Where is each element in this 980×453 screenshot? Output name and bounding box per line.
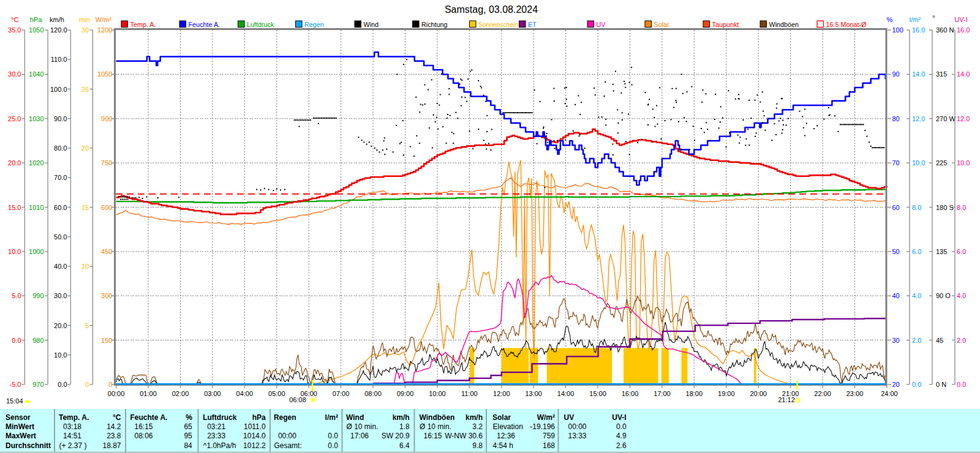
svg-text:1050: 1050: [97, 70, 112, 78]
svg-text:08:00: 08:00: [364, 390, 382, 397]
svg-text:Solar: Solar: [654, 21, 670, 28]
svg-text:70: 70: [892, 159, 900, 167]
svg-text:10.0: 10.0: [912, 159, 925, 167]
svg-text:1030: 1030: [29, 115, 43, 122]
svg-text:Durchschnitt: Durchschnitt: [6, 441, 51, 450]
svg-text:Luftdruck: Luftdruck: [247, 21, 274, 28]
svg-text:300: 300: [101, 292, 112, 299]
svg-text:20.0: 20.0: [8, 159, 21, 167]
svg-text:90.0: 90.0: [54, 115, 67, 122]
svg-text:450: 450: [101, 248, 112, 255]
svg-text:°C: °C: [11, 16, 18, 23]
svg-text:03:18: 03:18: [63, 422, 81, 431]
svg-text:Temp. A.: Temp. A.: [130, 21, 156, 28]
svg-text:0.0: 0.0: [328, 432, 338, 440]
svg-text:21:12: 21:12: [778, 396, 795, 403]
svg-text:12.0: 12.0: [912, 115, 925, 122]
svg-text:2.0: 2.0: [912, 337, 921, 344]
svg-text:-5.0: -5.0: [10, 381, 21, 388]
svg-text:km/h: km/h: [50, 16, 64, 23]
svg-text:Feuchte A.: Feuchte A.: [130, 413, 168, 422]
svg-text:22:00: 22:00: [814, 390, 831, 397]
svg-text:600: 600: [101, 204, 112, 211]
svg-text:16.5 Monat-Ø: 16.5 Monat-Ø: [826, 21, 867, 28]
svg-text:6.0: 6.0: [912, 248, 921, 255]
svg-text:3.2: 3.2: [472, 422, 483, 431]
svg-text:Windböen: Windböen: [769, 21, 799, 28]
svg-text:0.0: 0.0: [58, 381, 67, 388]
svg-text:05:00: 05:00: [268, 390, 285, 397]
svg-text:10.0: 10.0: [54, 351, 67, 359]
svg-text:110.0: 110.0: [51, 56, 67, 63]
svg-text:50: 50: [892, 248, 900, 255]
svg-text:8.0: 8.0: [957, 204, 966, 211]
svg-text:Luftdruck: Luftdruck: [203, 413, 237, 422]
svg-text:Richtung: Richtung: [421, 21, 448, 28]
svg-text:15: 15: [81, 204, 89, 211]
svg-text:1012.2: 1012.2: [243, 441, 266, 450]
svg-text:UV: UV: [564, 413, 575, 422]
svg-text:20: 20: [892, 381, 900, 388]
svg-text:W/m²: W/m²: [96, 16, 112, 23]
svg-text:MinWert: MinWert: [6, 422, 34, 431]
svg-text:16.0: 16.0: [957, 26, 970, 34]
svg-text:14.0: 14.0: [957, 70, 970, 78]
svg-text:W-NW 30.6: W-NW 30.6: [445, 432, 483, 440]
svg-text:45: 45: [936, 337, 943, 344]
svg-text:l/m²: l/m²: [325, 413, 338, 422]
svg-text:14.0: 14.0: [912, 70, 925, 78]
svg-text:00:00: 00:00: [568, 422, 587, 431]
svg-text:990: 990: [32, 292, 43, 299]
svg-text:°: °: [932, 14, 935, 21]
svg-text:0.0: 0.0: [957, 381, 966, 388]
svg-text:03:21: 03:21: [207, 422, 225, 431]
svg-text:0.0: 0.0: [912, 381, 921, 388]
svg-text:0.0: 0.0: [616, 422, 627, 431]
svg-text:16.0: 16.0: [912, 26, 925, 34]
svg-text:25: 25: [81, 86, 89, 93]
svg-text:10.0: 10.0: [957, 159, 970, 167]
svg-text:Feuchte A.: Feuchte A.: [189, 21, 221, 28]
svg-text:12:00: 12:00: [493, 390, 510, 397]
svg-text:168: 168: [543, 441, 555, 450]
svg-text:15:00: 15:00: [589, 390, 606, 397]
svg-text:00:00: 00:00: [108, 390, 125, 397]
svg-text:10: 10: [81, 263, 89, 270]
svg-text:900: 900: [101, 115, 112, 122]
svg-text:%: %: [186, 413, 192, 422]
svg-text:2.0: 2.0: [957, 337, 966, 344]
svg-text:UV: UV: [597, 21, 606, 28]
svg-text:30.0: 30.0: [54, 292, 67, 299]
svg-text:ET: ET: [528, 21, 537, 28]
svg-text:10:00: 10:00: [429, 390, 446, 397]
svg-text:(+ 2.37 ): (+ 2.37 ): [59, 441, 87, 450]
svg-text:0.0: 0.0: [328, 441, 338, 450]
svg-text:km/h: km/h: [393, 413, 410, 422]
svg-text:Solar: Solar: [492, 413, 511, 422]
svg-text:09:00: 09:00: [397, 390, 414, 397]
svg-text:80.0: 80.0: [54, 144, 67, 152]
svg-text:135: 135: [936, 248, 947, 255]
svg-text:90 O: 90 O: [936, 292, 951, 299]
svg-text:40.0: 40.0: [54, 263, 67, 270]
svg-text:20:00: 20:00: [750, 390, 767, 397]
svg-text:16:15: 16:15: [135, 422, 153, 431]
svg-text:16:00: 16:00: [622, 390, 639, 397]
svg-text:Wind: Wind: [364, 21, 379, 28]
svg-text:Ø 10 min.: Ø 10 min.: [420, 422, 451, 431]
svg-text:km/h: km/h: [466, 413, 483, 422]
svg-text:%: %: [887, 16, 893, 23]
svg-text:35.0: 35.0: [8, 26, 21, 34]
svg-text:14:00: 14:00: [557, 390, 575, 397]
svg-text:13:00: 13:00: [525, 390, 542, 397]
svg-text:4.9: 4.9: [616, 432, 627, 440]
svg-text:Ø 10 min.: Ø 10 min.: [347, 422, 379, 431]
svg-text:04:00: 04:00: [236, 390, 254, 397]
svg-text:14.2: 14.2: [107, 422, 121, 431]
svg-text:970: 970: [32, 381, 43, 388]
svg-text:Temp. A.: Temp. A.: [59, 413, 89, 422]
svg-text:360 N: 360 N: [936, 26, 954, 34]
svg-text:07:00: 07:00: [333, 390, 350, 397]
svg-text:Sensor: Sensor: [6, 413, 31, 422]
svg-text:Taupunkt: Taupunkt: [712, 21, 739, 28]
